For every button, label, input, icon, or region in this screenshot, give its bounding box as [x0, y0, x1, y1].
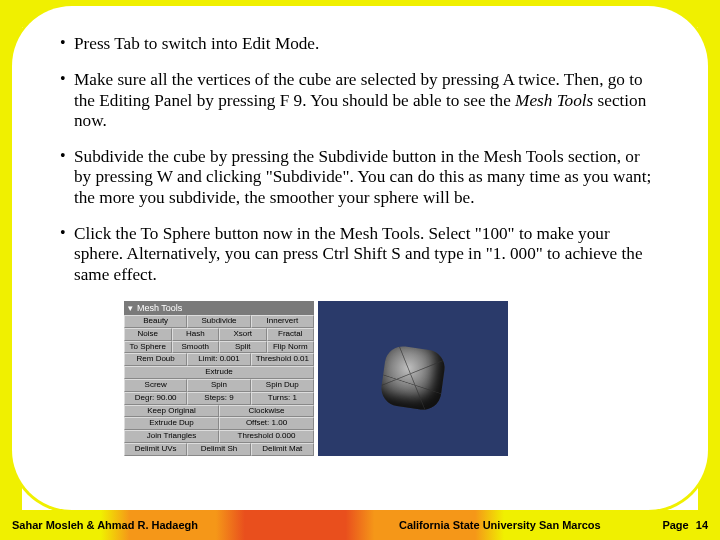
bullet-list: Press Tab to switch into Edit Mode. Make… [60, 34, 660, 285]
panel-row: To SphereSmoothSplitFlip Norm [124, 341, 314, 354]
panel-button[interactable]: Turns: 1 [251, 392, 314, 405]
panel-row: Join TrianglesThreshold 0.000 [124, 430, 314, 443]
bullet-item: Click the To Sphere button now in the Me… [60, 224, 660, 285]
footer-institution: California State University San Marcos [337, 519, 662, 531]
panel-button[interactable]: Noise [124, 328, 172, 341]
panel-button[interactable]: Delimit Sh [187, 443, 250, 456]
faceted-sphere-icon [379, 344, 447, 412]
panel-row: Extrude DupOffset: 1.00 [124, 417, 314, 430]
panel-button[interactable]: Delimit UVs [124, 443, 187, 456]
bullet-item: Press Tab to switch into Edit Mode. [60, 34, 660, 54]
panel-row: Keep OriginalClockwise [124, 405, 314, 418]
panel-button[interactable]: Clockwise [219, 405, 314, 418]
bullet-text: Subdivide the cube by pressing the Subdi… [74, 147, 651, 207]
panel-button[interactable]: Innervert [251, 315, 314, 328]
panel-row: Delimit UVsDelimit ShDelimit Mat [124, 443, 314, 456]
panel-button[interactable]: Threshold 0.000 [219, 430, 314, 443]
viewport-preview [318, 301, 508, 456]
panel-button[interactable]: Smooth [172, 341, 220, 354]
panel-button[interactable]: Split [219, 341, 267, 354]
panel-header: Mesh Tools [124, 301, 314, 315]
footer-page: Page 14 [662, 519, 708, 531]
panel-button[interactable]: Keep Original [124, 405, 219, 418]
panel-row: BeautySubdivideInnervert [124, 315, 314, 328]
panel-button[interactable]: Subdivide [187, 315, 250, 328]
panel-button[interactable]: Delimit Mat [251, 443, 314, 456]
panel-button[interactable]: Hash [172, 328, 220, 341]
panel-button[interactable]: Offset: 1.00 [219, 417, 314, 430]
panel-button[interactable]: Rem Doub [124, 353, 187, 366]
footer-authors: Sahar Mosleh & Ahmad R. Hadaegh [12, 519, 337, 531]
panel-button[interactable]: Join Triangles [124, 430, 219, 443]
bullet-text: Press Tab to switch into Edit Mode. [74, 34, 319, 53]
panel-button[interactable]: Spin [187, 379, 250, 392]
panel-row: NoiseHashXsortFractal [124, 328, 314, 341]
panel-button[interactable]: Fractal [267, 328, 315, 341]
figure-row: Mesh Tools BeautySubdivideInnervertNoise… [124, 301, 660, 456]
page-number: 14 [696, 519, 708, 531]
content-card: Press Tab to switch into Edit Mode. Make… [12, 6, 708, 510]
panel-button[interactable]: Xsort [219, 328, 267, 341]
panel-button[interactable]: Extrude Dup [124, 417, 219, 430]
panel-button[interactable]: Limit: 0.001 [187, 353, 250, 366]
panel-row: ScrewSpinSpin Dup [124, 379, 314, 392]
panel-button[interactable]: Beauty [124, 315, 187, 328]
panel-title: Mesh Tools [137, 303, 182, 313]
panel-button[interactable]: To Sphere [124, 341, 172, 354]
panel-button[interactable]: Extrude [124, 366, 314, 379]
mesh-tools-panel: Mesh Tools BeautySubdivideInnervertNoise… [124, 301, 314, 456]
bullet-text: Click the To Sphere button now in the Me… [74, 224, 643, 284]
panel-button[interactable]: Spin Dup [251, 379, 314, 392]
panel-button[interactable]: Threshold 0.01 [251, 353, 314, 366]
panel-button[interactable]: Steps: 9 [187, 392, 250, 405]
panel-row: Rem DoubLimit: 0.001Threshold 0.01 [124, 353, 314, 366]
panel-button[interactable]: Degr: 90.00 [124, 392, 187, 405]
panel-button[interactable]: Flip Norm [267, 341, 315, 354]
panel-button[interactable]: Screw [124, 379, 187, 392]
slide-footer: Sahar Mosleh & Ahmad R. Hadaegh Californ… [0, 510, 720, 540]
panel-row: Extrude [124, 366, 314, 379]
page-label: Page [662, 519, 688, 531]
bullet-item: Make sure all the vertices of the cube a… [60, 70, 660, 131]
bullet-item: Subdivide the cube by pressing the Subdi… [60, 147, 660, 208]
panel-row: Degr: 90.00Steps: 9Turns: 1 [124, 392, 314, 405]
panel-body: BeautySubdivideInnervertNoiseHashXsortFr… [124, 315, 314, 456]
bullet-emphasis: Mesh Tools [515, 91, 593, 110]
